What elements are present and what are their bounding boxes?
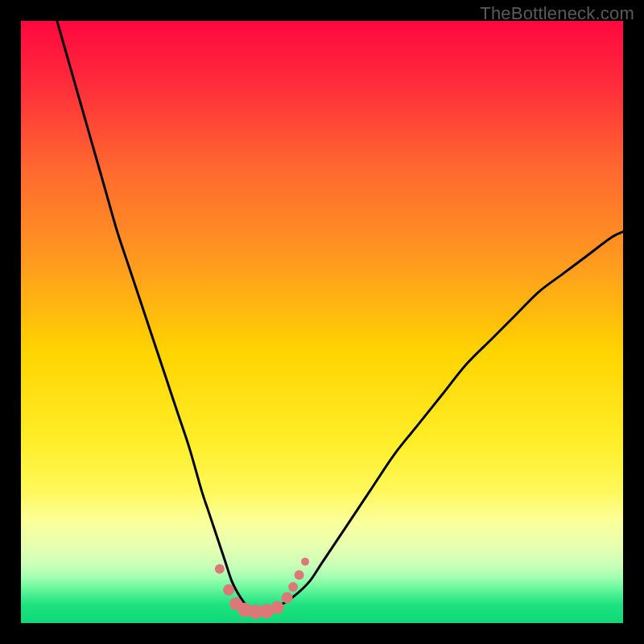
gradient-background xyxy=(21,21,623,623)
curve-marker xyxy=(271,601,284,614)
curve-marker xyxy=(282,592,293,604)
watermark-text: TheBottleneck.com xyxy=(480,3,634,24)
chart-svg xyxy=(21,21,623,623)
chart-frame: TheBottleneck.com xyxy=(0,0,644,644)
curve-marker xyxy=(288,582,298,592)
curve-marker xyxy=(215,564,225,574)
curve-marker xyxy=(301,558,309,566)
curve-marker xyxy=(223,584,234,596)
curve-marker xyxy=(295,570,304,580)
plot-area xyxy=(21,21,623,623)
